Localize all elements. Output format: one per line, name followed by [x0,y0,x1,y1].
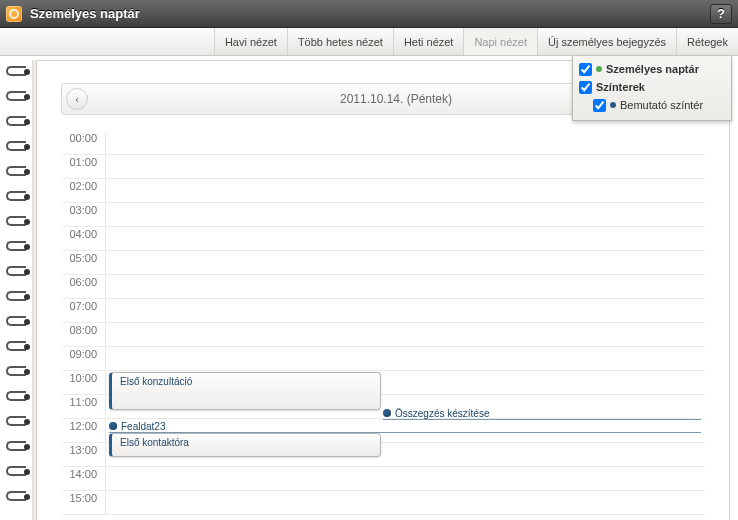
layer-label: Személyes naptár [606,63,699,75]
layer-row-demo-scene[interactable]: Bemutató színtér [579,96,725,114]
hour-label: 10:00 [61,371,105,384]
tab-week-view[interactable]: Heti nézet [393,28,464,55]
help-button[interactable]: ? [710,4,732,24]
event-title: Első konzultáció [120,376,192,387]
hour-label: 14:00 [61,467,105,480]
view-toolbar: Havi nézet Több hetes nézet Heti nézet N… [0,28,738,56]
day-grid[interactable]: 00:00 01:00 02:00 03:00 04:00 05:00 06:0… [61,131,705,520]
hour-label: 08:00 [61,323,105,336]
hour-label: 11:00 [61,395,105,408]
hour-label: 03:00 [61,203,105,216]
calendar-milestone[interactable]: Összegzés készítése [383,408,701,420]
hour-label: 06:00 [61,275,105,288]
calendar-page: ‹ 2011.10.14. (Péntek) 00:00 01:00 02:00… [0,56,738,520]
app-title: Személyes naptár [30,6,140,21]
calendar-event[interactable]: Első kontaktóra [109,433,381,457]
event-title: Első kontaktóra [120,437,189,448]
layer-checkbox[interactable] [579,63,592,76]
color-dot-icon [596,66,602,72]
layer-label: Színterek [596,81,645,93]
hour-label: 02:00 [61,179,105,192]
tab-day-view[interactable]: Napi nézet [463,28,537,55]
event-title: Fealdat23 [121,421,165,432]
hour-label: 01:00 [61,155,105,168]
color-dot-icon [610,102,616,108]
hour-label: 07:00 [61,299,105,312]
event-title: Összegzés készítése [395,408,489,419]
layer-label: Bemutató színtér [620,99,703,111]
hour-label: 04:00 [61,227,105,240]
prev-day-button[interactable]: ‹ [66,88,88,110]
hour-label: 15:00 [61,491,105,504]
calendar-milestone[interactable]: Fealdat23 [109,421,701,433]
hour-label: 05:00 [61,251,105,264]
tab-layers[interactable]: Rétegek [676,28,738,55]
layer-checkbox[interactable] [579,81,592,94]
hour-label: 12:00 [61,419,105,432]
layer-checkbox[interactable] [593,99,606,112]
hour-label: 13:00 [61,443,105,456]
tab-multiweek-view[interactable]: Több hetes nézet [287,28,393,55]
title-bar: Személyes naptár ? [0,0,738,28]
tab-new-entry[interactable]: Új személyes bejegyzés [537,28,676,55]
notebook-spiral [6,66,30,520]
hour-label: 00:00 [61,131,105,144]
app-icon [6,6,22,22]
layer-row-personal[interactable]: Személyes naptár [579,60,725,78]
calendar-sheet: ‹ 2011.10.14. (Péntek) 00:00 01:00 02:00… [36,60,730,520]
layer-row-scenes[interactable]: Színterek [579,78,725,96]
tab-month-view[interactable]: Havi nézet [214,28,287,55]
layers-popup: Személyes naptár Színterek Bemutató szín… [572,56,732,121]
calendar-event[interactable]: Első konzultáció [109,372,381,410]
hour-label: 09:00 [61,347,105,360]
